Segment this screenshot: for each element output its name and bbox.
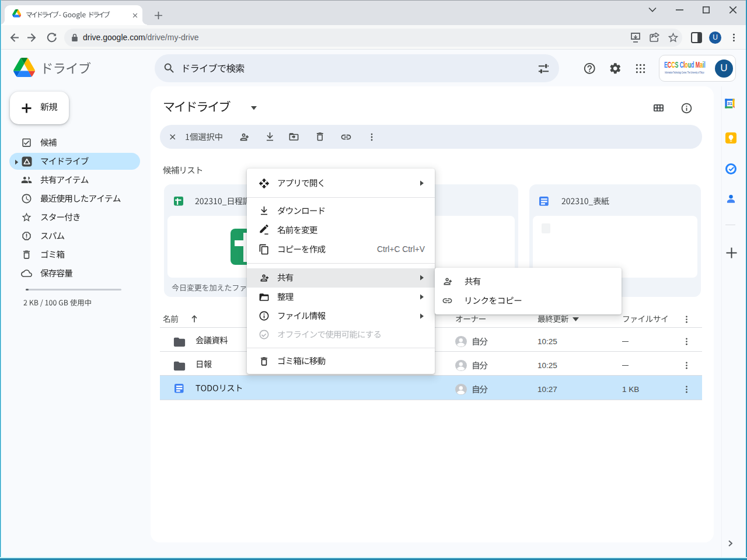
svg-text:31: 31 [727, 101, 732, 106]
